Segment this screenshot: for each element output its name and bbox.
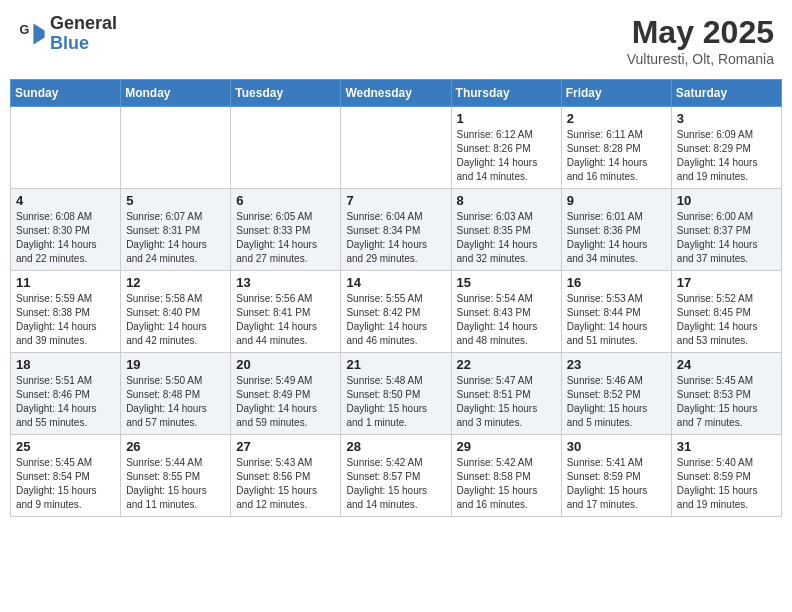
- calendar-cell: 5Sunrise: 6:07 AM Sunset: 8:31 PM Daylig…: [121, 189, 231, 271]
- logo-general: General: [50, 14, 117, 34]
- svg-marker-1: [33, 23, 44, 44]
- day-number: 14: [346, 275, 445, 290]
- day-detail: Sunrise: 5:56 AM Sunset: 8:41 PM Dayligh…: [236, 292, 335, 348]
- day-number: 24: [677, 357, 776, 372]
- calendar-day-header: Tuesday: [231, 80, 341, 107]
- calendar-cell: 16Sunrise: 5:53 AM Sunset: 8:44 PM Dayli…: [561, 271, 671, 353]
- day-detail: Sunrise: 6:07 AM Sunset: 8:31 PM Dayligh…: [126, 210, 225, 266]
- calendar-cell: [341, 107, 451, 189]
- logo-text: General Blue: [50, 14, 117, 54]
- day-detail: Sunrise: 5:43 AM Sunset: 8:56 PM Dayligh…: [236, 456, 335, 512]
- calendar-week-row: 4Sunrise: 6:08 AM Sunset: 8:30 PM Daylig…: [11, 189, 782, 271]
- day-number: 26: [126, 439, 225, 454]
- day-number: 19: [126, 357, 225, 372]
- calendar-cell: 4Sunrise: 6:08 AM Sunset: 8:30 PM Daylig…: [11, 189, 121, 271]
- day-number: 15: [457, 275, 556, 290]
- calendar-cell: 7Sunrise: 6:04 AM Sunset: 8:34 PM Daylig…: [341, 189, 451, 271]
- calendar-week-row: 18Sunrise: 5:51 AM Sunset: 8:46 PM Dayli…: [11, 353, 782, 435]
- day-number: 29: [457, 439, 556, 454]
- calendar-week-row: 25Sunrise: 5:45 AM Sunset: 8:54 PM Dayli…: [11, 435, 782, 517]
- day-detail: Sunrise: 6:01 AM Sunset: 8:36 PM Dayligh…: [567, 210, 666, 266]
- calendar-cell: 26Sunrise: 5:44 AM Sunset: 8:55 PM Dayli…: [121, 435, 231, 517]
- day-detail: Sunrise: 5:45 AM Sunset: 8:53 PM Dayligh…: [677, 374, 776, 430]
- logo: G General Blue: [18, 14, 117, 54]
- day-number: 12: [126, 275, 225, 290]
- calendar-cell: 24Sunrise: 5:45 AM Sunset: 8:53 PM Dayli…: [671, 353, 781, 435]
- calendar-cell: 31Sunrise: 5:40 AM Sunset: 8:59 PM Dayli…: [671, 435, 781, 517]
- calendar-cell: 3Sunrise: 6:09 AM Sunset: 8:29 PM Daylig…: [671, 107, 781, 189]
- calendar-day-header: Saturday: [671, 80, 781, 107]
- svg-text:G: G: [19, 23, 29, 37]
- day-number: 20: [236, 357, 335, 372]
- day-detail: Sunrise: 5:40 AM Sunset: 8:59 PM Dayligh…: [677, 456, 776, 512]
- calendar-week-row: 1Sunrise: 6:12 AM Sunset: 8:26 PM Daylig…: [11, 107, 782, 189]
- day-number: 13: [236, 275, 335, 290]
- day-number: 23: [567, 357, 666, 372]
- day-detail: Sunrise: 5:52 AM Sunset: 8:45 PM Dayligh…: [677, 292, 776, 348]
- page-header: G General Blue May 2025 Vulturesti, Olt,…: [10, 10, 782, 71]
- calendar-cell: 22Sunrise: 5:47 AM Sunset: 8:51 PM Dayli…: [451, 353, 561, 435]
- calendar-cell: 25Sunrise: 5:45 AM Sunset: 8:54 PM Dayli…: [11, 435, 121, 517]
- day-number: 22: [457, 357, 556, 372]
- calendar-cell: 18Sunrise: 5:51 AM Sunset: 8:46 PM Dayli…: [11, 353, 121, 435]
- calendar-cell: 29Sunrise: 5:42 AM Sunset: 8:58 PM Dayli…: [451, 435, 561, 517]
- calendar-cell: 19Sunrise: 5:50 AM Sunset: 8:48 PM Dayli…: [121, 353, 231, 435]
- day-detail: Sunrise: 6:11 AM Sunset: 8:28 PM Dayligh…: [567, 128, 666, 184]
- day-number: 1: [457, 111, 556, 126]
- day-number: 4: [16, 193, 115, 208]
- day-detail: Sunrise: 5:45 AM Sunset: 8:54 PM Dayligh…: [16, 456, 115, 512]
- calendar-cell: 9Sunrise: 6:01 AM Sunset: 8:36 PM Daylig…: [561, 189, 671, 271]
- calendar-cell: 1Sunrise: 6:12 AM Sunset: 8:26 PM Daylig…: [451, 107, 561, 189]
- day-detail: Sunrise: 5:44 AM Sunset: 8:55 PM Dayligh…: [126, 456, 225, 512]
- day-number: 16: [567, 275, 666, 290]
- calendar-day-header: Thursday: [451, 80, 561, 107]
- day-detail: Sunrise: 5:42 AM Sunset: 8:58 PM Dayligh…: [457, 456, 556, 512]
- calendar-cell: 11Sunrise: 5:59 AM Sunset: 8:38 PM Dayli…: [11, 271, 121, 353]
- day-number: 2: [567, 111, 666, 126]
- calendar-cell: 21Sunrise: 5:48 AM Sunset: 8:50 PM Dayli…: [341, 353, 451, 435]
- day-number: 7: [346, 193, 445, 208]
- day-number: 11: [16, 275, 115, 290]
- calendar-cell: [121, 107, 231, 189]
- day-detail: Sunrise: 5:51 AM Sunset: 8:46 PM Dayligh…: [16, 374, 115, 430]
- calendar-cell: 12Sunrise: 5:58 AM Sunset: 8:40 PM Dayli…: [121, 271, 231, 353]
- calendar-cell: 30Sunrise: 5:41 AM Sunset: 8:59 PM Dayli…: [561, 435, 671, 517]
- month-title: May 2025: [627, 14, 774, 51]
- day-detail: Sunrise: 6:00 AM Sunset: 8:37 PM Dayligh…: [677, 210, 776, 266]
- calendar-day-header: Wednesday: [341, 80, 451, 107]
- day-detail: Sunrise: 6:03 AM Sunset: 8:35 PM Dayligh…: [457, 210, 556, 266]
- calendar-cell: 28Sunrise: 5:42 AM Sunset: 8:57 PM Dayli…: [341, 435, 451, 517]
- calendar-day-header: Monday: [121, 80, 231, 107]
- calendar-cell: 6Sunrise: 6:05 AM Sunset: 8:33 PM Daylig…: [231, 189, 341, 271]
- day-number: 30: [567, 439, 666, 454]
- day-detail: Sunrise: 5:55 AM Sunset: 8:42 PM Dayligh…: [346, 292, 445, 348]
- day-number: 25: [16, 439, 115, 454]
- calendar-cell: 27Sunrise: 5:43 AM Sunset: 8:56 PM Dayli…: [231, 435, 341, 517]
- calendar-cell: 17Sunrise: 5:52 AM Sunset: 8:45 PM Dayli…: [671, 271, 781, 353]
- day-detail: Sunrise: 6:08 AM Sunset: 8:30 PM Dayligh…: [16, 210, 115, 266]
- calendar-cell: 20Sunrise: 5:49 AM Sunset: 8:49 PM Dayli…: [231, 353, 341, 435]
- day-number: 9: [567, 193, 666, 208]
- calendar-cell: 14Sunrise: 5:55 AM Sunset: 8:42 PM Dayli…: [341, 271, 451, 353]
- day-detail: Sunrise: 5:46 AM Sunset: 8:52 PM Dayligh…: [567, 374, 666, 430]
- calendar-cell: 13Sunrise: 5:56 AM Sunset: 8:41 PM Dayli…: [231, 271, 341, 353]
- calendar-day-header: Sunday: [11, 80, 121, 107]
- day-detail: Sunrise: 5:48 AM Sunset: 8:50 PM Dayligh…: [346, 374, 445, 430]
- day-number: 6: [236, 193, 335, 208]
- calendar-table: SundayMondayTuesdayWednesdayThursdayFrid…: [10, 79, 782, 517]
- day-number: 31: [677, 439, 776, 454]
- day-detail: Sunrise: 5:53 AM Sunset: 8:44 PM Dayligh…: [567, 292, 666, 348]
- calendar-cell: 10Sunrise: 6:00 AM Sunset: 8:37 PM Dayli…: [671, 189, 781, 271]
- day-number: 17: [677, 275, 776, 290]
- day-detail: Sunrise: 5:50 AM Sunset: 8:48 PM Dayligh…: [126, 374, 225, 430]
- location: Vulturesti, Olt, Romania: [627, 51, 774, 67]
- day-detail: Sunrise: 5:49 AM Sunset: 8:49 PM Dayligh…: [236, 374, 335, 430]
- day-detail: Sunrise: 6:04 AM Sunset: 8:34 PM Dayligh…: [346, 210, 445, 266]
- logo-icon: G: [18, 20, 46, 48]
- day-detail: Sunrise: 6:09 AM Sunset: 8:29 PM Dayligh…: [677, 128, 776, 184]
- day-detail: Sunrise: 5:58 AM Sunset: 8:40 PM Dayligh…: [126, 292, 225, 348]
- day-detail: Sunrise: 6:12 AM Sunset: 8:26 PM Dayligh…: [457, 128, 556, 184]
- day-detail: Sunrise: 5:54 AM Sunset: 8:43 PM Dayligh…: [457, 292, 556, 348]
- day-detail: Sunrise: 6:05 AM Sunset: 8:33 PM Dayligh…: [236, 210, 335, 266]
- day-number: 10: [677, 193, 776, 208]
